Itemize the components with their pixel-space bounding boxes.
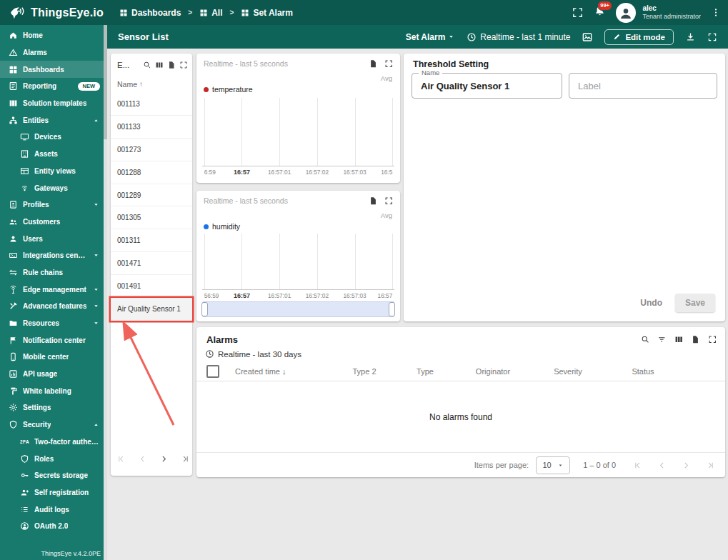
breadcrumb-dashboards[interactable]: Dashboards (119, 8, 181, 18)
entity-row[interactable]: 001273 (111, 139, 192, 161)
columns-icon[interactable] (155, 61, 164, 69)
slider-left-handle[interactable] (201, 302, 208, 316)
notifications-button[interactable]: 99+ (594, 5, 606, 20)
alarm-column-type[interactable]: Type (397, 367, 454, 376)
chevron-down-icon[interactable] (92, 251, 100, 259)
sidebar-item-oauth-2-0[interactable]: OAuth 2.0 (0, 518, 104, 535)
chevron-down-icon[interactable] (92, 302, 100, 310)
user-info[interactable]: alec Tenant administrator (642, 4, 701, 21)
name-column-header[interactable]: Name ↑ (111, 75, 192, 93)
avatar[interactable] (616, 3, 636, 23)
chevron-down-icon[interactable] (92, 319, 100, 327)
sidebar-item-audit-logs[interactable]: Audit logs (0, 501, 104, 518)
label-input[interactable] (569, 74, 717, 98)
entity-row[interactable]: Air Quality Sensor 1 (111, 298, 192, 321)
entity-row[interactable]: 001133 (111, 116, 192, 139)
state-selector[interactable]: Set Alarm (406, 32, 456, 42)
fullscreen-icon[interactable] (384, 196, 394, 206)
search-icon[interactable] (641, 335, 650, 344)
alarm-column-severity[interactable]: Severity (532, 367, 604, 376)
chevron-up-icon[interactable] (92, 116, 100, 124)
page-size-select[interactable]: 10 (536, 456, 570, 474)
columns-icon[interactable] (674, 335, 684, 344)
sidebar-item-dashboards[interactable]: Dashboards (0, 61, 104, 78)
entity-row[interactable]: 001471 (111, 252, 192, 275)
last-page-icon[interactable] (706, 461, 715, 470)
entity-row[interactable]: 001305 (111, 206, 192, 229)
sidebar-item-reporting[interactable]: ReportingNEW (0, 78, 104, 95)
entity-row[interactable]: 001288 (111, 161, 192, 184)
first-page-icon[interactable] (633, 461, 642, 470)
entity-row[interactable]: 001311 (111, 229, 192, 252)
sidebar-item-users[interactable]: Users (0, 230, 104, 247)
timewindow-button[interactable]: Realtime - last 1 minute (467, 32, 570, 42)
breadcrumb-set-alarm[interactable]: Set Alarm (241, 8, 293, 18)
alarms-timewindow-button[interactable]: Realtime - last 30 days (205, 349, 725, 359)
fullscreen-icon[interactable] (384, 59, 394, 69)
sidebar-item-api-usage[interactable]: API usage (0, 366, 104, 383)
sidebar-item-assets[interactable]: Assets (0, 146, 104, 163)
legend-temperature[interactable]: temperature (204, 85, 253, 94)
sidebar-item-edge-management[interactable]: Edge management (0, 281, 104, 298)
entity-row[interactable]: 001289 (111, 184, 192, 207)
entity-row[interactable]: 001113 (111, 93, 192, 116)
alarm-column-status[interactable]: Status (604, 367, 682, 376)
sidebar-item-self-registration[interactable]: Self registration (0, 484, 104, 501)
slider-right-handle[interactable] (389, 302, 395, 316)
screenshot-image-icon[interactable] (582, 31, 593, 43)
fullscreen-icon[interactable] (707, 32, 717, 42)
sidebar-item-solution-templates[interactable]: Solution templates (0, 95, 104, 112)
sidebar-item-home[interactable]: Home (0, 27, 104, 44)
sidebar-item-mobile-center[interactable]: Mobile center (0, 349, 104, 366)
app-logo[interactable]: ThingsEye.io (7, 5, 104, 21)
filter-icon[interactable] (657, 335, 667, 344)
download-icon[interactable] (685, 31, 696, 42)
edit-mode-button[interactable]: Edit mode (604, 29, 674, 45)
sidebar-item-two-factor-authenticati[interactable]: 2FATwo-factor authenticati... (0, 434, 104, 451)
kebab-menu-icon[interactable] (711, 6, 721, 19)
save-button[interactable]: Save (675, 294, 715, 312)
sidebar-item-entities[interactable]: Entities (0, 111, 104, 129)
sidebar-item-profiles[interactable]: Profiles (0, 196, 104, 214)
next-page-icon[interactable] (159, 454, 169, 464)
sidebar-item-entity-views[interactable]: Entity views (0, 163, 104, 180)
select-all-checkbox[interactable] (206, 365, 219, 378)
sidebar-item-white-labeling[interactable]: White labeling (0, 382, 104, 399)
breadcrumb-all[interactable]: All (199, 8, 222, 18)
previous-page-icon[interactable] (657, 461, 667, 470)
first-page-icon[interactable] (116, 454, 126, 464)
next-page-icon[interactable] (682, 461, 691, 470)
sidebar-item-settings[interactable]: Settings (0, 399, 104, 416)
export-file-icon[interactable] (369, 196, 378, 206)
sidebar-item-gateways[interactable]: Gateways (0, 179, 104, 196)
chart-plot-area[interactable] (202, 98, 394, 166)
sidebar-item-security[interactable]: Security (0, 416, 104, 434)
legend-humidity[interactable]: humidity (204, 222, 240, 231)
search-icon[interactable] (143, 61, 151, 69)
sidebar-item-advanced-features[interactable]: Advanced features (0, 298, 104, 315)
name-input[interactable] (412, 74, 562, 98)
alarm-column-originator[interactable]: Originator (454, 367, 532, 376)
fullscreen-icon[interactable] (708, 335, 717, 344)
entity-row[interactable]: 001491 (111, 275, 192, 298)
chevron-up-icon[interactable] (92, 421, 100, 429)
previous-page-icon[interactable] (138, 454, 147, 464)
sidebar-item-alarms[interactable]: Alarms (0, 44, 104, 61)
undo-button[interactable]: Undo (640, 298, 662, 308)
sidebar-item-notification-center[interactable]: Notification center (0, 331, 104, 349)
chevron-down-icon[interactable] (92, 286, 100, 294)
alarm-column-created-time[interactable]: Created time ↓ (225, 367, 332, 376)
sidebar-item-devices[interactable]: Devices (0, 129, 104, 146)
last-page-icon[interactable] (181, 454, 190, 464)
fullscreen-icon[interactable] (179, 61, 188, 69)
sidebar-item-rule-chains[interactable]: Rule chains (0, 264, 104, 281)
chevron-down-icon[interactable] (92, 201, 100, 209)
export-file-icon[interactable] (369, 59, 378, 69)
sidebar-item-roles[interactable]: Roles (0, 450, 104, 467)
chart-plot-area[interactable] (202, 234, 394, 290)
sidebar-item-secrets-storage[interactable]: Secrets storage (0, 467, 104, 484)
sidebar-item-integrations-center[interactable]: Integrations center (0, 247, 104, 264)
alarm-column-type-2[interactable]: Type 2 (332, 367, 397, 376)
sidebar-item-resources[interactable]: Resources (0, 315, 104, 332)
sidebar-item-customers[interactable]: Customers (0, 214, 104, 231)
